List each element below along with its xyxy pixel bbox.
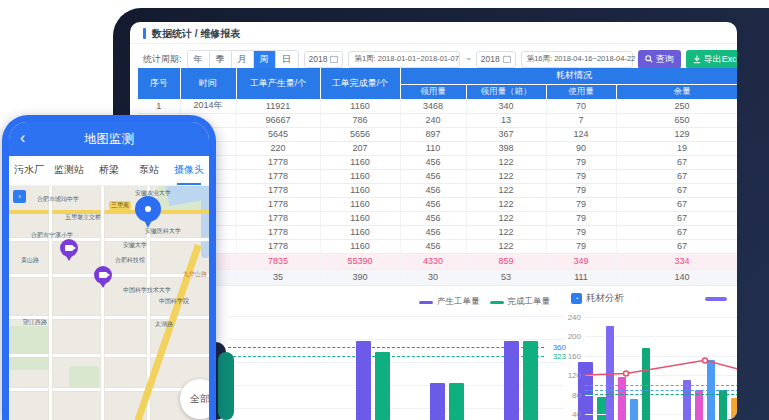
table-cell: 96667	[236, 113, 320, 127]
phone-screen: ‹ 地图监测 污水厂监测站桥梁泵站摄像头 ›	[9, 122, 209, 420]
table-cell: 67	[616, 197, 737, 211]
map-label: 五里墩立交桥	[65, 213, 101, 222]
bar-产生工单量	[356, 341, 371, 420]
table-row[interactable]: 356455656897367124129	[138, 127, 737, 141]
table-cell: 124	[546, 127, 616, 141]
location-marker-icon[interactable]	[135, 196, 161, 229]
page: 数据统计 / 维修报表 统计周期: 年季月周日 2018 第1周: 2018-0…	[0, 0, 769, 420]
table-cell: 5645	[236, 127, 320, 141]
table-cell: 79	[546, 183, 616, 197]
table-cell: 207	[320, 141, 400, 155]
breadcrumb-row: 数据统计 / 维修报表	[130, 22, 737, 44]
table-cell: 5656	[320, 127, 400, 141]
table-row[interactable]: 42202071103989019	[138, 141, 737, 155]
end-year-select[interactable]: 2018	[476, 51, 516, 68]
table-cell: 110	[400, 141, 466, 155]
header-sub-2: 领用量（箱）	[466, 84, 546, 99]
table-cell: 220	[236, 141, 320, 155]
phone-header: ‹ 地图监测	[9, 122, 209, 156]
consumables-trend-line	[565, 288, 737, 420]
table-cell: 122	[466, 225, 546, 239]
table-row[interactable]: 8177811604561227967	[138, 197, 737, 211]
table-row[interactable]: 6177811604561227967	[138, 169, 737, 183]
table-cell: 1778	[236, 169, 320, 183]
table-row[interactable]: 5177811604561227967	[138, 155, 737, 169]
range-separator: ~	[465, 54, 470, 64]
table-cell: 786	[320, 113, 400, 127]
map-label: 望江西路	[23, 318, 47, 327]
trend-line-point	[703, 358, 708, 363]
table-cell: 1160	[320, 239, 400, 253]
back-icon[interactable]: ‹	[20, 129, 25, 147]
table-row[interactable]: 7177811604561227967	[138, 183, 737, 197]
phone-tab[interactable]: 污水厂	[9, 156, 49, 185]
start-year-select[interactable]: 2018	[304, 51, 344, 68]
table-cell: 79	[546, 225, 616, 239]
table-cell: 67	[616, 169, 737, 183]
map-expand-button[interactable]: ›	[13, 190, 26, 203]
bar-完成工单量	[375, 352, 390, 420]
camera-glyph	[65, 245, 73, 251]
show-all-button[interactable]: 全部	[180, 379, 209, 419]
map-label: 中国科学院	[159, 297, 189, 306]
map-road	[49, 186, 52, 420]
calendar-icon	[503, 55, 511, 63]
table-row[interactable]: 296667786240137650	[138, 113, 737, 127]
table-cell: 129	[616, 127, 737, 141]
export-excel-button[interactable]: 导出Excel	[686, 50, 737, 69]
table-cell: 250	[616, 99, 737, 113]
table-cell: 53	[466, 269, 546, 285]
table-cell: 70	[546, 99, 616, 113]
table-cell: 67	[616, 225, 737, 239]
period-option[interactable]: 周	[254, 51, 276, 68]
bar-产生工单量	[504, 341, 519, 420]
location-marker-dot	[145, 206, 151, 212]
phone-tab[interactable]: 泵站	[129, 156, 169, 185]
phone-tab[interactable]: 监测站	[49, 156, 89, 185]
table-cell: 349	[546, 253, 616, 269]
trend-line-point	[624, 371, 629, 376]
table-row[interactable]: 9177811604561227967	[138, 211, 737, 225]
table-cell: 67	[616, 155, 737, 169]
table-cell: 456	[400, 155, 466, 169]
search-button[interactable]: 查询	[638, 50, 681, 69]
phone-tab-bar: 污水厂监测站桥梁泵站摄像头	[9, 156, 209, 186]
table-cell: 859	[466, 253, 546, 269]
table-row[interactable]: 10177811604561227967	[138, 225, 737, 239]
period-option[interactable]: 季	[210, 51, 232, 68]
table-cell: 398	[466, 141, 546, 155]
table-body: 12014年1192111603468340702502966677862401…	[138, 99, 737, 285]
header-sub-3: 使用量	[546, 84, 616, 99]
table-cell: 7	[546, 113, 616, 127]
period-option[interactable]: 月	[232, 51, 254, 68]
camera-marker-icon[interactable]	[94, 266, 112, 289]
start-week-input[interactable]: 第1周: 2018-01-01~2018-01-07	[348, 51, 460, 68]
table-row[interactable]: 12014年119211160346834070250	[138, 99, 737, 113]
table-cell: 79	[546, 239, 616, 253]
map-road	[101, 186, 104, 420]
table-cell: 1160	[320, 197, 400, 211]
map-view[interactable]: › 全部 合肥市琥珀中学三里庵五里墩立交桥安徽农业大学安徽医科大学合肥市宁溪小学…	[9, 186, 209, 420]
period-option[interactable]: 年	[188, 51, 210, 68]
table-cell: 67	[616, 239, 737, 253]
period-option[interactable]: 日	[276, 51, 298, 68]
camera-marker-icon[interactable]	[60, 239, 78, 262]
table-row[interactable]: 11177811604561227967	[138, 239, 737, 253]
table-cell: 67	[616, 211, 737, 225]
header-sub-1: 领用量	[400, 84, 466, 99]
phone-tab[interactable]: 摄像头	[169, 156, 209, 185]
end-week-input[interactable]: 第16周: 2018-04-16~2018-04-22	[521, 51, 633, 68]
table-cell: 1	[138, 99, 180, 113]
bar-完成工单量	[523, 341, 538, 420]
bar-完成工单量	[449, 383, 464, 420]
table-cell: 67	[616, 183, 737, 197]
header-time: 时间	[180, 68, 236, 99]
table-cell: 3468	[400, 99, 466, 113]
trend-line-path	[585, 360, 737, 379]
accent-shape-teal	[218, 352, 234, 420]
phone-tab[interactable]: 桥梁	[89, 156, 129, 185]
table-cell: 456	[400, 239, 466, 253]
gridline	[228, 316, 564, 317]
table-cell: 456	[400, 211, 466, 225]
map-road	[9, 210, 209, 214]
